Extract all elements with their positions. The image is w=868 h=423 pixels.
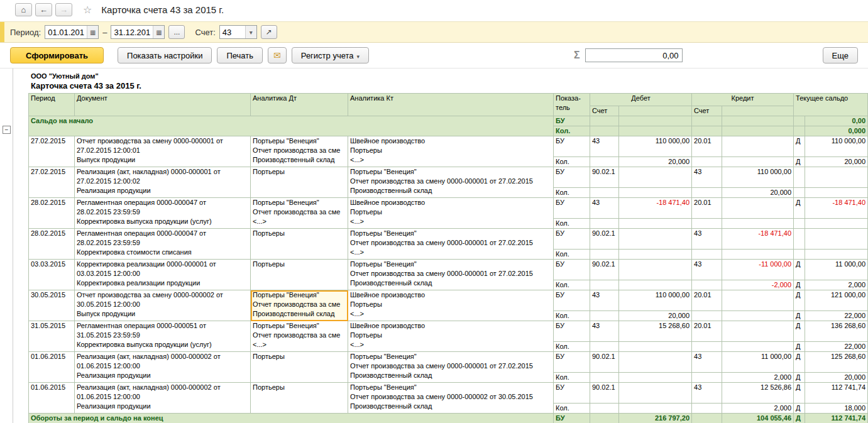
cell-debit-account[interactable] xyxy=(590,280,619,290)
home-button[interactable]: ⌂ xyxy=(15,3,32,16)
cell-balance-sign[interactable]: Д xyxy=(794,198,805,219)
cell-balance-amount[interactable]: 125 268,60 xyxy=(805,352,868,373)
cell-period[interactable]: 27.02.2015 xyxy=(29,167,75,198)
cell-debit-amount[interactable]: 20,000 xyxy=(619,157,692,167)
col-credit-account[interactable]: Счет xyxy=(692,106,722,116)
cell-debit-amount[interactable] xyxy=(619,219,692,229)
col-document[interactable]: Документ xyxy=(75,94,251,116)
cell-debit-amount[interactable] xyxy=(619,373,692,383)
col-indicator[interactable]: Показа- тель xyxy=(554,94,590,116)
cell-balance-amount[interactable]: 22,000 xyxy=(805,342,868,352)
cell-credit-amount[interactable]: 2,000 xyxy=(722,373,794,383)
cell-document[interactable]: Реализация (акт, накладная) 0000-000002 … xyxy=(75,383,251,414)
cell-debit-amount[interactable]: 216 797,20 xyxy=(619,414,692,423)
cell-indicator[interactable]: Кол. xyxy=(554,188,590,198)
cell-debit-account[interactable]: 90.02.1 xyxy=(590,260,619,280)
cell-credit-amount[interactable]: -18 471,40 xyxy=(722,229,794,250)
cell-credit-amount[interactable] xyxy=(722,116,794,126)
cell-debit-account[interactable]: 90.02.1 xyxy=(590,229,619,250)
cell-indicator[interactable]: Кол. xyxy=(554,404,590,414)
cell-credit-amount[interactable]: 110 000,00 xyxy=(722,167,794,188)
cell-debit-account[interactable] xyxy=(590,116,619,126)
cell-debit-account[interactable]: 43 xyxy=(590,136,619,157)
cell-indicator[interactable]: Кол. xyxy=(554,373,590,383)
cell-debit-account[interactable] xyxy=(590,311,619,321)
cell-credit-amount[interactable] xyxy=(722,311,794,321)
cell-debit-account[interactable] xyxy=(590,373,619,383)
cell-debit-amount[interactable] xyxy=(619,250,692,260)
cell-balance-sign[interactable]: Д xyxy=(794,136,805,157)
cell-indicator[interactable]: БУ xyxy=(554,136,590,157)
cell-credit-amount[interactable] xyxy=(722,136,794,157)
cell-debit-account[interactable] xyxy=(590,219,619,229)
cell-debit-amount[interactable] xyxy=(619,116,692,126)
cell-credit-amount[interactable] xyxy=(722,198,794,219)
cell-balance-amount[interactable]: 121 000,00 xyxy=(805,290,868,311)
cell-balance-sign[interactable] xyxy=(794,126,805,136)
cell-document[interactable]: Реализация (акт, накладная) 0000-000001 … xyxy=(75,167,251,198)
cell-analytics-dt[interactable]: Портьеры xyxy=(251,260,348,290)
cell-analytics-kt[interactable]: Швейное производствоПортьеры<...> xyxy=(348,290,554,321)
cell-balance-amount[interactable]: 112 741,74 xyxy=(805,414,868,423)
cell-credit-amount[interactable]: 12 526,86 xyxy=(722,383,794,404)
cell-debit-amount[interactable] xyxy=(619,260,692,280)
cell-debit-account[interactable]: 90.02.1 xyxy=(590,352,619,373)
cell-balance-sign[interactable]: Д xyxy=(794,373,805,383)
cell-balance-sign[interactable] xyxy=(794,116,805,126)
cell-period[interactable]: 03.03.2015 xyxy=(29,260,75,290)
cell-balance-amount[interactable]: 18,000 xyxy=(805,404,868,414)
cell-credit-account[interactable] xyxy=(692,414,722,423)
cell-analytics-kt[interactable]: Швейное производствоПортьеры<...> xyxy=(348,198,554,229)
cell-balance-sign[interactable]: Д xyxy=(794,260,805,280)
cell-indicator[interactable]: Кол. xyxy=(554,280,590,290)
cell-indicator[interactable]: БУ xyxy=(554,229,590,250)
cell-group-label[interactable]: Обороты за период и сальдо на конец xyxy=(29,414,554,423)
cell-balance-amount[interactable]: 2,000 xyxy=(805,280,868,290)
cell-balance-amount[interactable]: 11 000,00 xyxy=(805,260,868,280)
cell-debit-account[interactable]: 43 xyxy=(590,321,619,342)
cell-debit-amount[interactable] xyxy=(619,229,692,250)
show-settings-button[interactable]: Показать настройки xyxy=(118,47,212,63)
register-menu-button[interactable]: Регистр учета▾ xyxy=(292,47,369,63)
cell-balance-amount[interactable]: 112 741,74 xyxy=(805,383,868,404)
cell-balance-amount[interactable]: -18 471,40 xyxy=(805,198,868,219)
cell-credit-account[interactable] xyxy=(692,188,722,198)
account-input[interactable] xyxy=(220,26,245,38)
cell-balance-amount[interactable]: 20,000 xyxy=(805,157,868,167)
cell-balance-amount[interactable] xyxy=(805,250,868,260)
cell-credit-account[interactable] xyxy=(692,157,722,167)
cell-indicator[interactable]: БУ xyxy=(554,383,590,404)
cell-debit-account[interactable] xyxy=(590,188,619,198)
cell-balance-sign[interactable]: Д xyxy=(794,321,805,342)
cell-debit-amount[interactable]: 20,000 xyxy=(619,311,692,321)
cell-period[interactable]: 31.05.2015 xyxy=(29,321,75,352)
cell-document[interactable]: Регламентная операция 0000-000051 от31.0… xyxy=(75,321,251,352)
cell-indicator[interactable]: Кол. xyxy=(554,250,590,260)
cell-credit-amount[interactable]: 20,000 xyxy=(722,188,794,198)
cell-debit-account[interactable]: 90.02.1 xyxy=(590,383,619,404)
cell-credit-amount[interactable]: 2,000 xyxy=(722,404,794,414)
col-debit[interactable]: Дебет xyxy=(590,94,692,106)
cell-debit-account[interactable] xyxy=(590,404,619,414)
cell-analytics-dt[interactable]: Портьеры xyxy=(251,167,348,198)
date-to-input[interactable] xyxy=(111,26,153,38)
cell-debit-amount[interactable]: 110 000,00 xyxy=(619,136,692,157)
cell-balance-amount[interactable] xyxy=(805,219,868,229)
cell-debit-amount[interactable] xyxy=(619,126,692,136)
cell-analytics-dt[interactable]: Портьеры xyxy=(251,229,348,260)
cell-indicator[interactable]: БУ xyxy=(554,198,590,219)
cell-credit-amount[interactable]: -11 000,00 xyxy=(722,260,794,280)
cell-credit-amount[interactable] xyxy=(722,290,794,311)
back-button[interactable]: ← xyxy=(35,3,52,16)
cell-analytics-kt[interactable]: Швейное производствоПортьеры<...> xyxy=(348,136,554,167)
cell-analytics-dt[interactable]: Портьеры xyxy=(251,352,348,383)
cell-credit-account[interactable] xyxy=(692,373,722,383)
cell-indicator[interactable]: БУ xyxy=(554,352,590,373)
col-balance[interactable]: Текущее сальдо xyxy=(794,94,868,116)
selected-cell[interactable]: Портьеры "Венеция"Отчет производства за … xyxy=(251,290,348,321)
cell-credit-account[interactable]: 43 xyxy=(692,352,722,373)
cell-credit-account[interactable]: 43 xyxy=(692,260,722,280)
cell-balance-amount[interactable]: 0,000 xyxy=(805,126,868,136)
cell-analytics-dt[interactable]: Портьеры xyxy=(251,383,348,414)
cell-balance-amount[interactable]: 110 000,00 xyxy=(805,136,868,157)
